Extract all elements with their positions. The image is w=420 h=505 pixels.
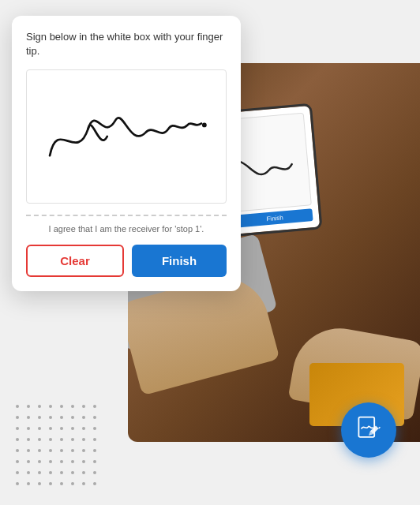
signature-icon: [354, 414, 383, 446]
tablet-finish-btn: Finish: [237, 208, 313, 227]
dialog-actions: Clear Finish: [26, 245, 227, 277]
svg-point-0: [202, 123, 207, 128]
dialog-instruction: Sign below in the white box with your fi…: [26, 30, 227, 58]
signature-canvas[interactable]: [26, 69, 227, 204]
agreement-text: I agree that I am the receiver for 'stop…: [26, 224, 227, 234]
dot-pattern: [12, 401, 100, 489]
floating-signature-badge: [341, 402, 396, 458]
finish-button[interactable]: Finish: [132, 245, 227, 277]
clear-button[interactable]: Clear: [26, 245, 124, 277]
section-divider: [26, 215, 227, 216]
svg-line-2: [379, 427, 381, 428]
signature-dialog: Sign below in the white box with your fi…: [12, 16, 241, 291]
